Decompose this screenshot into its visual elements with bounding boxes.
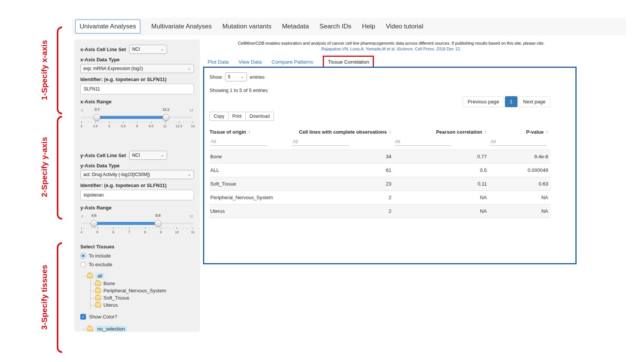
y-slider-bar[interactable] [94, 222, 158, 225]
nav-tab-mutation-variants[interactable]: Mutation variants [222, 23, 271, 30]
y-slider-ticks: 4 5 6 7 8 9 10 11 [77, 230, 198, 234]
x-cell-line-set-value: NCI [132, 47, 140, 52]
y-slider-handle-high[interactable] [155, 220, 161, 227]
table-row[interactable]: ALL 61 0.5 0.000049 [209, 163, 550, 177]
copy-button[interactable]: Copy [209, 112, 228, 121]
download-button[interactable]: Download [245, 112, 274, 121]
tree-node-label: Uterus [103, 302, 118, 308]
annotation-step1: 1-Specify x-axis [40, 25, 49, 115]
column-header-pearson[interactable]: Pearson correlation ▲▼ [394, 129, 489, 135]
nav-tab-multivariate-analyses[interactable]: Multivariate Analyses [151, 23, 212, 30]
table-row[interactable]: Bone 34 0.77 9.4e-8 [209, 150, 550, 163]
column-header-pvalue[interactable]: P-value ▲▼ [489, 129, 550, 135]
cell-count: 34 [291, 154, 394, 159]
cell-pearson: 0.11 [394, 181, 489, 187]
table-row[interactable]: Peripheral_Nervous_System 2 NA NA [209, 190, 550, 204]
y-range-low-value: 4.8 [90, 214, 97, 217]
x-identifier-label: Identifier: (e.g. topotecan or SLFN11) [80, 76, 194, 82]
tab-compare-patterns[interactable]: Compare Patterns [272, 59, 313, 65]
chevron-down-icon: ⌄ [188, 67, 191, 70]
chevron-down-icon: ⌄ [161, 153, 164, 157]
tab-view-data[interactable]: View Data [239, 59, 262, 65]
previous-page-button[interactable]: Previous page [463, 96, 504, 107]
cell-pearson: 0.77 [394, 154, 489, 159]
nav-tab-help[interactable]: Help [362, 23, 375, 30]
table-row[interactable]: Soft_Tissue 23 0.11 0.63 [209, 177, 550, 190]
column-header-tissue[interactable]: Tissue of origin ▲▼ [209, 129, 291, 135]
sort-icon[interactable]: ▲▼ [389, 130, 391, 134]
chevron-down-icon: ⌄ [188, 173, 191, 176]
column-header-label: Tissue of origin [209, 129, 246, 135]
x-identifier-input[interactable] [80, 84, 194, 94]
chevron-down-icon: ⌄ [161, 47, 164, 51]
filter-input-cell-lines[interactable] [292, 138, 349, 146]
cell-pearson: NA [394, 208, 489, 214]
tree-node-no-selection[interactable]: no_selection [83, 325, 194, 333]
to-exclude-radio[interactable]: To exclude [80, 262, 194, 267]
y-axis-range-slider: 4 11 4.8 8.8 4 5 6 7 8 9 10 11 [81, 214, 193, 237]
next-page-button[interactable]: Next page [518, 96, 550, 107]
x-slider-handle-high[interactable] [163, 114, 169, 121]
print-button[interactable]: Print [228, 112, 246, 121]
cell-count: 61 [291, 167, 394, 173]
entries-select-value: 5 [228, 74, 231, 80]
filter-input-pvalue[interactable] [490, 138, 547, 146]
cell-pvalue: 0.000049 [489, 167, 550, 173]
cell-tissue: Peripheral_Nervous_System [209, 195, 291, 200]
table-row[interactable]: Uterus 2 NA NA [209, 204, 550, 218]
citation-reference-link[interactable]: Rajapakse.VN, Luna.A, Yamade.M et al. iS… [206, 47, 576, 51]
x-range-max-label: 14 [189, 108, 193, 112]
y-data-type-select[interactable]: act: Drug Activity (-log10[IC50M]) ⌄ [80, 170, 194, 179]
folder-icon [87, 274, 93, 278]
cell-pearson: 0.5 [394, 167, 489, 173]
tree-node-all[interactable]: all [83, 272, 194, 280]
entries-label: entries [250, 74, 265, 80]
column-header-cell-lines[interactable]: Cell lines with complete observations ▲▼ [291, 129, 394, 135]
page-number-button[interactable]: 1 [505, 96, 517, 107]
column-header-label: P-value [526, 129, 544, 135]
filter-input-tissue[interactable] [210, 138, 267, 146]
export-button-group: Copy Print Download [209, 112, 570, 121]
cell-pvalue: 9.4e-8 [489, 154, 550, 159]
entries-select[interactable]: 5 ⌄ [225, 72, 247, 81]
tree-node-uterus[interactable]: Uterus [91, 301, 194, 309]
cell-pvalue: 0.63 [489, 181, 550, 187]
cell-tissue: Bone [209, 154, 291, 159]
nav-tab-univariate-analyses[interactable]: Univariate Analyses [75, 19, 141, 34]
sort-icon[interactable]: ▲▼ [546, 130, 548, 134]
show-color-checkbox-row[interactable]: ✓ Show Color? [80, 314, 194, 320]
nav-tab-metadata[interactable]: Metadata [282, 23, 309, 30]
folder-icon [95, 296, 101, 300]
cell-count: 23 [291, 181, 394, 187]
nav-tab-video-tutorial[interactable]: Video tutorial [386, 23, 423, 30]
y-axis-tick: 4 [77, 230, 86, 234]
column-header-label: Cell lines with complete observations [299, 129, 387, 135]
tree-node-bone[interactable]: Bone [91, 280, 194, 287]
nav-tab-search-ids[interactable]: Search IDs [319, 23, 351, 30]
tree-node-soft-tissue[interactable]: Soft_Tissue [91, 294, 194, 301]
tab-plot-data[interactable]: Plot Data [208, 59, 229, 65]
table-filter-row [209, 137, 550, 150]
y-cell-line-set-select[interactable]: NCI ⌄ [129, 151, 167, 160]
y-cell-line-set-value: NCI [132, 153, 140, 158]
x-axis-tick: 2 [77, 124, 86, 128]
y-slider-handle-low[interactable] [91, 220, 97, 227]
no-selection-tree: no_selection [83, 325, 194, 333]
tree-node-peripheral-nervous-system[interactable]: Peripheral_Nervous_System [91, 287, 194, 294]
show-label: Show [209, 74, 222, 80]
x-range-high-value: 11.1 [162, 108, 170, 111]
sort-icon[interactable]: ▲▼ [249, 130, 251, 134]
to-include-radio[interactable]: To include [80, 253, 194, 259]
x-data-type-label: x-Axis Data Type [80, 57, 194, 62]
y-identifier-input[interactable] [80, 190, 194, 200]
x-slider-bar[interactable] [97, 116, 166, 119]
x-cell-line-set-select[interactable]: NCI ⌄ [129, 45, 167, 54]
sort-icon[interactable]: ▲▼ [485, 130, 487, 134]
citation-text: CellMinerCDB enables exploration and ana… [206, 41, 576, 45]
filter-input-pearson[interactable] [394, 138, 451, 146]
page: 1-Specify x-axis 2-Specify y-axis 3-Spec… [0, 0, 644, 362]
radio-icon [80, 262, 86, 267]
x-slider-handle-low[interactable] [94, 114, 100, 121]
x-data-type-select[interactable]: exp: mRNA Expression (log2) ⌄ [80, 64, 194, 73]
cell-tissue: Soft_Tissue [209, 181, 291, 187]
